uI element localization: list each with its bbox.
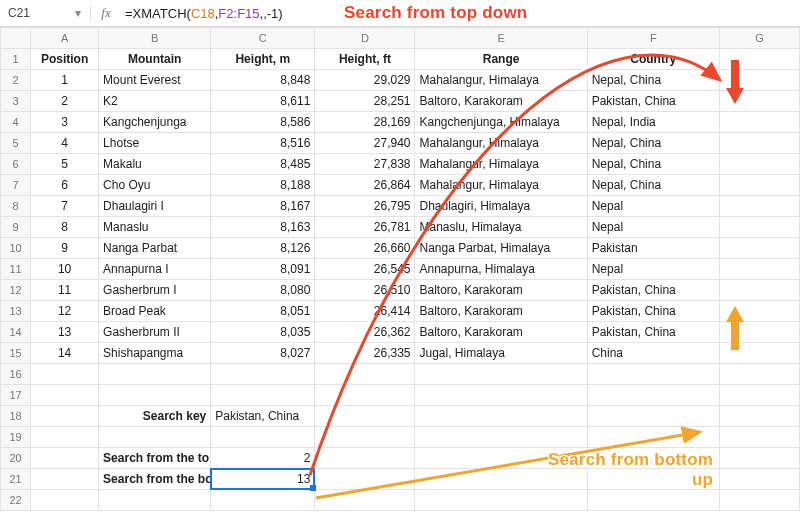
search-top-label[interactable]: Search from the top (99, 448, 211, 469)
row-header[interactable]: 17 (1, 385, 31, 406)
cell[interactable]: 8,080 (211, 280, 315, 301)
cell[interactable]: 26,335 (315, 343, 415, 364)
cell[interactable]: 8,163 (211, 217, 315, 238)
cell[interactable] (31, 406, 99, 427)
cell[interactable]: Annapurna, Himalaya (415, 259, 587, 280)
cell[interactable] (315, 469, 415, 490)
cell[interactable]: Nepal, China (587, 154, 719, 175)
cell[interactable]: 11 (31, 280, 99, 301)
cell[interactable] (31, 448, 99, 469)
cell[interactable]: Baltoro, Karakoram (415, 280, 587, 301)
cell[interactable]: 8,051 (211, 301, 315, 322)
search-key-value[interactable]: Pakistan, China (211, 406, 315, 427)
cell[interactable]: 8,167 (211, 196, 315, 217)
cell[interactable]: 8,485 (211, 154, 315, 175)
cell[interactable] (587, 385, 719, 406)
cell[interactable]: 29,029 (315, 70, 415, 91)
cell[interactable]: Annapurna I (99, 259, 211, 280)
cell[interactable] (719, 301, 799, 322)
cell[interactable]: Nanga Parbat (99, 238, 211, 259)
cell[interactable]: 26,362 (315, 322, 415, 343)
cell[interactable]: Lhotse (99, 133, 211, 154)
cell[interactable] (719, 406, 799, 427)
cell[interactable]: Kangchenjunga, Himalaya (415, 112, 587, 133)
cell[interactable]: Mahalangur, Himalaya (415, 154, 587, 175)
cell[interactable] (719, 175, 799, 196)
cell[interactable] (315, 448, 415, 469)
cell[interactable]: 8,188 (211, 175, 315, 196)
row-header[interactable]: 6 (1, 154, 31, 175)
cell[interactable] (211, 490, 315, 511)
cell[interactable]: Nepal (587, 217, 719, 238)
row-header[interactable]: 8 (1, 196, 31, 217)
cell[interactable]: 5 (31, 154, 99, 175)
cell[interactable]: Baltoro, Karakoram (415, 322, 587, 343)
cell[interactable] (211, 385, 315, 406)
cell[interactable]: 27,838 (315, 154, 415, 175)
cell[interactable]: Nepal, India (587, 112, 719, 133)
cell[interactable]: 3 (31, 112, 99, 133)
row-header[interactable]: 10 (1, 238, 31, 259)
cell[interactable] (587, 469, 719, 490)
cell[interactable] (719, 490, 799, 511)
cell[interactable] (719, 154, 799, 175)
cell[interactable] (99, 385, 211, 406)
cell[interactable] (719, 364, 799, 385)
row-header[interactable]: 7 (1, 175, 31, 196)
cell[interactable] (415, 448, 587, 469)
cell[interactable]: 10 (31, 259, 99, 280)
cell[interactable]: 26,414 (315, 301, 415, 322)
cell[interactable]: Dhaulagiri, Himalaya (415, 196, 587, 217)
cell[interactable]: 14 (31, 343, 99, 364)
cell[interactable]: 28,169 (315, 112, 415, 133)
search-bottom-label[interactable]: Search from the bottom (99, 469, 211, 490)
cell[interactable]: Mahalangur, Himalaya (415, 70, 587, 91)
cell[interactable]: Baltoro, Karakoram (415, 301, 587, 322)
cell[interactable] (99, 427, 211, 448)
col-header-D[interactable]: D (315, 28, 415, 49)
cell[interactable]: Manaslu (99, 217, 211, 238)
cell[interactable]: 2 (31, 91, 99, 112)
cell[interactable]: 26,781 (315, 217, 415, 238)
cell[interactable]: 8,848 (211, 70, 315, 91)
cell[interactable]: Mahalangur, Himalaya (415, 175, 587, 196)
cell[interactable] (315, 406, 415, 427)
row-header[interactable]: 3 (1, 91, 31, 112)
row-header[interactable]: 13 (1, 301, 31, 322)
cell[interactable]: Cho Oyu (99, 175, 211, 196)
cell[interactable]: 13 (31, 322, 99, 343)
search-top-value[interactable]: 2 (211, 448, 315, 469)
cell[interactable] (31, 490, 99, 511)
row-header[interactable]: 1 (1, 49, 31, 70)
cell[interactable] (315, 364, 415, 385)
cell[interactable]: 8,586 (211, 112, 315, 133)
row-header[interactable]: 9 (1, 217, 31, 238)
cell[interactable]: Broad Peak (99, 301, 211, 322)
row-header[interactable]: 21 (1, 469, 31, 490)
spreadsheet-grid[interactable]: A B C D E F G 1 Position Mountain Height… (0, 27, 800, 511)
cell[interactable] (719, 343, 799, 364)
cell[interactable] (315, 385, 415, 406)
name-box[interactable] (4, 1, 68, 25)
cell[interactable] (415, 469, 587, 490)
cell[interactable] (587, 427, 719, 448)
cell[interactable] (99, 490, 211, 511)
cell[interactable]: Dhaulagiri I (99, 196, 211, 217)
cell[interactable]: Pakistan, China (587, 322, 719, 343)
cell[interactable] (719, 469, 799, 490)
cell[interactable] (719, 133, 799, 154)
cell[interactable]: 1 (31, 70, 99, 91)
cell[interactable]: Makalu (99, 154, 211, 175)
cell[interactable]: Pakistan (587, 238, 719, 259)
cell[interactable]: Mountain (99, 49, 211, 70)
col-header-G[interactable]: G (719, 28, 799, 49)
cell[interactable] (587, 406, 719, 427)
cell[interactable]: Position (31, 49, 99, 70)
cell[interactable] (719, 217, 799, 238)
cell[interactable] (719, 91, 799, 112)
cell[interactable]: 26,545 (315, 259, 415, 280)
cell[interactable]: K2 (99, 91, 211, 112)
row-header[interactable]: 12 (1, 280, 31, 301)
cell[interactable]: 28,251 (315, 91, 415, 112)
row-header[interactable]: 18 (1, 406, 31, 427)
